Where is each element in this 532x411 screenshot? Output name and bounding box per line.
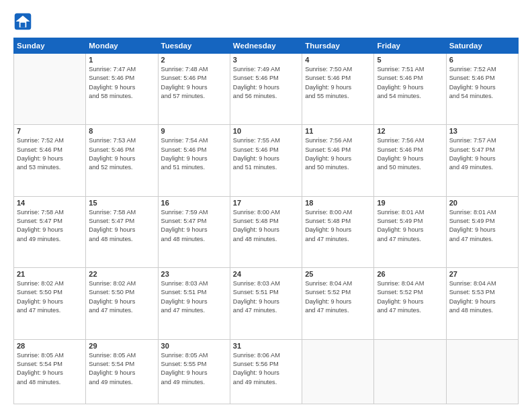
week-row-3: 21Sunrise: 8:02 AMSunset: 5:50 PMDayligh… [14, 268, 519, 339]
day-number: 16 [161, 199, 227, 207]
day-cell: 26Sunrise: 8:04 AMSunset: 5:52 PMDayligh… [374, 268, 446, 339]
day-cell: 28Sunrise: 8:05 AMSunset: 5:54 PMDayligh… [14, 339, 86, 404]
day-detail: Sunrise: 7:50 AMSunset: 5:46 PMDaylight:… [305, 65, 371, 101]
day-cell: 6Sunrise: 7:52 AMSunset: 5:46 PMDaylight… [446, 54, 518, 125]
day-cell: 15Sunrise: 7:58 AMSunset: 5:47 PMDayligh… [86, 196, 158, 267]
weekday-header-sunday: Sunday [14, 38, 86, 54]
day-cell [374, 339, 446, 404]
day-detail: Sunrise: 8:06 AMSunset: 5:56 PMDaylight:… [233, 351, 299, 387]
day-detail: Sunrise: 7:54 AMSunset: 5:46 PMDaylight:… [161, 136, 227, 172]
weekday-header-wednesday: Wednesday [230, 38, 302, 54]
weekday-header-thursday: Thursday [302, 38, 374, 54]
day-number: 9 [161, 127, 227, 135]
day-cell: 19Sunrise: 8:01 AMSunset: 5:49 PMDayligh… [374, 196, 446, 267]
day-number: 17 [233, 199, 299, 207]
day-number: 31 [233, 342, 299, 350]
day-cell: 31Sunrise: 8:06 AMSunset: 5:56 PMDayligh… [230, 339, 302, 404]
day-detail: Sunrise: 8:03 AMSunset: 5:51 PMDaylight:… [233, 279, 299, 315]
day-cell: 7Sunrise: 7:52 AMSunset: 5:46 PMDaylight… [14, 125, 86, 196]
day-detail: Sunrise: 8:01 AMSunset: 5:49 PMDaylight:… [377, 208, 443, 244]
day-cell: 22Sunrise: 8:02 AMSunset: 5:50 PMDayligh… [86, 268, 158, 339]
day-number: 14 [17, 199, 83, 207]
day-cell: 14Sunrise: 7:58 AMSunset: 5:47 PMDayligh… [14, 196, 86, 267]
day-cell: 5Sunrise: 7:51 AMSunset: 5:46 PMDaylight… [374, 54, 446, 125]
day-detail: Sunrise: 7:52 AMSunset: 5:46 PMDaylight:… [449, 65, 515, 101]
day-cell: 3Sunrise: 7:49 AMSunset: 5:46 PMDaylight… [230, 54, 302, 125]
day-number: 15 [89, 199, 154, 207]
week-row-1: 7Sunrise: 7:52 AMSunset: 5:46 PMDaylight… [14, 125, 519, 196]
day-number: 29 [89, 342, 154, 350]
day-number: 21 [17, 270, 83, 278]
day-cell: 16Sunrise: 7:59 AMSunset: 5:47 PMDayligh… [158, 196, 230, 267]
day-number: 8 [89, 127, 154, 135]
day-number: 20 [449, 199, 515, 207]
day-detail: Sunrise: 8:05 AMSunset: 5:55 PMDaylight:… [161, 351, 227, 387]
day-cell: 9Sunrise: 7:54 AMSunset: 5:46 PMDaylight… [158, 125, 230, 196]
day-detail: Sunrise: 8:04 AMSunset: 5:52 PMDaylight:… [305, 279, 371, 315]
page: SundayMondayTuesdayWednesdayThursdayFrid… [0, 0, 532, 411]
day-cell: 24Sunrise: 8:03 AMSunset: 5:51 PMDayligh… [230, 268, 302, 339]
day-number: 7 [17, 127, 83, 135]
day-number: 6 [449, 56, 515, 64]
day-cell: 25Sunrise: 8:04 AMSunset: 5:52 PMDayligh… [302, 268, 374, 339]
day-number: 18 [305, 199, 371, 207]
day-number: 11 [305, 127, 371, 135]
week-row-2: 14Sunrise: 7:58 AMSunset: 5:47 PMDayligh… [14, 196, 519, 267]
day-number: 4 [305, 56, 371, 64]
day-detail: Sunrise: 8:05 AMSunset: 5:54 PMDaylight:… [17, 351, 83, 387]
day-number: 13 [449, 127, 515, 135]
calendar: SundayMondayTuesdayWednesdayThursdayFrid… [13, 38, 519, 404]
day-cell: 27Sunrise: 8:04 AMSunset: 5:53 PMDayligh… [446, 268, 518, 339]
day-detail: Sunrise: 8:03 AMSunset: 5:51 PMDaylight:… [161, 279, 227, 315]
weekday-header-tuesday: Tuesday [158, 38, 230, 54]
day-detail: Sunrise: 7:52 AMSunset: 5:46 PMDaylight:… [17, 136, 83, 172]
day-number: 10 [233, 127, 299, 135]
day-cell: 17Sunrise: 8:00 AMSunset: 5:48 PMDayligh… [230, 196, 302, 267]
day-detail: Sunrise: 7:59 AMSunset: 5:47 PMDaylight:… [161, 208, 227, 244]
day-detail: Sunrise: 7:47 AMSunset: 5:46 PMDaylight:… [89, 65, 154, 101]
weekday-header-row: SundayMondayTuesdayWednesdayThursdayFrid… [14, 38, 519, 54]
day-cell: 8Sunrise: 7:53 AMSunset: 5:46 PMDaylight… [86, 125, 158, 196]
day-number: 5 [377, 56, 443, 64]
day-detail: Sunrise: 7:56 AMSunset: 5:46 PMDaylight:… [377, 136, 443, 172]
day-detail: Sunrise: 7:55 AMSunset: 5:46 PMDaylight:… [233, 136, 299, 172]
day-cell: 12Sunrise: 7:56 AMSunset: 5:46 PMDayligh… [374, 125, 446, 196]
day-number: 26 [377, 270, 443, 278]
day-cell: 10Sunrise: 7:55 AMSunset: 5:46 PMDayligh… [230, 125, 302, 196]
day-detail: Sunrise: 7:53 AMSunset: 5:46 PMDaylight:… [89, 136, 154, 172]
svg-rect-2 [21, 23, 26, 28]
day-cell [446, 339, 518, 404]
day-number: 1 [89, 56, 154, 64]
day-cell: 29Sunrise: 8:05 AMSunset: 5:54 PMDayligh… [86, 339, 158, 404]
day-detail: Sunrise: 7:58 AMSunset: 5:47 PMDaylight:… [89, 208, 154, 244]
day-number: 19 [377, 199, 443, 207]
day-number: 3 [233, 56, 299, 64]
day-number: 12 [377, 127, 443, 135]
weekday-header-saturday: Saturday [446, 38, 518, 54]
day-number: 22 [89, 270, 154, 278]
day-number: 30 [161, 342, 227, 350]
day-number: 28 [17, 342, 83, 350]
day-cell: 13Sunrise: 7:57 AMSunset: 5:47 PMDayligh… [446, 125, 518, 196]
day-detail: Sunrise: 7:58 AMSunset: 5:47 PMDaylight:… [17, 208, 83, 244]
day-cell: 4Sunrise: 7:50 AMSunset: 5:46 PMDaylight… [302, 54, 374, 125]
day-cell: 18Sunrise: 8:00 AMSunset: 5:48 PMDayligh… [302, 196, 374, 267]
day-number: 25 [305, 270, 371, 278]
header [13, 12, 519, 31]
day-detail: Sunrise: 8:02 AMSunset: 5:50 PMDaylight:… [89, 279, 154, 315]
day-detail: Sunrise: 8:01 AMSunset: 5:49 PMDaylight:… [449, 208, 515, 244]
day-detail: Sunrise: 8:00 AMSunset: 5:48 PMDaylight:… [233, 208, 299, 244]
day-cell: 2Sunrise: 7:48 AMSunset: 5:46 PMDaylight… [158, 54, 230, 125]
day-number: 27 [449, 270, 515, 278]
day-cell: 1Sunrise: 7:47 AMSunset: 5:46 PMDaylight… [86, 54, 158, 125]
week-row-4: 28Sunrise: 8:05 AMSunset: 5:54 PMDayligh… [14, 339, 519, 404]
day-cell: 21Sunrise: 8:02 AMSunset: 5:50 PMDayligh… [14, 268, 86, 339]
day-detail: Sunrise: 7:48 AMSunset: 5:46 PMDaylight:… [161, 65, 227, 101]
week-row-0: 1Sunrise: 7:47 AMSunset: 5:46 PMDaylight… [14, 54, 519, 125]
day-detail: Sunrise: 7:49 AMSunset: 5:46 PMDaylight:… [233, 65, 299, 101]
day-cell: 20Sunrise: 8:01 AMSunset: 5:49 PMDayligh… [446, 196, 518, 267]
day-cell: 30Sunrise: 8:05 AMSunset: 5:55 PMDayligh… [158, 339, 230, 404]
day-detail: Sunrise: 7:56 AMSunset: 5:46 PMDaylight:… [305, 136, 371, 172]
day-detail: Sunrise: 8:02 AMSunset: 5:50 PMDaylight:… [17, 279, 83, 315]
day-cell [14, 54, 86, 125]
